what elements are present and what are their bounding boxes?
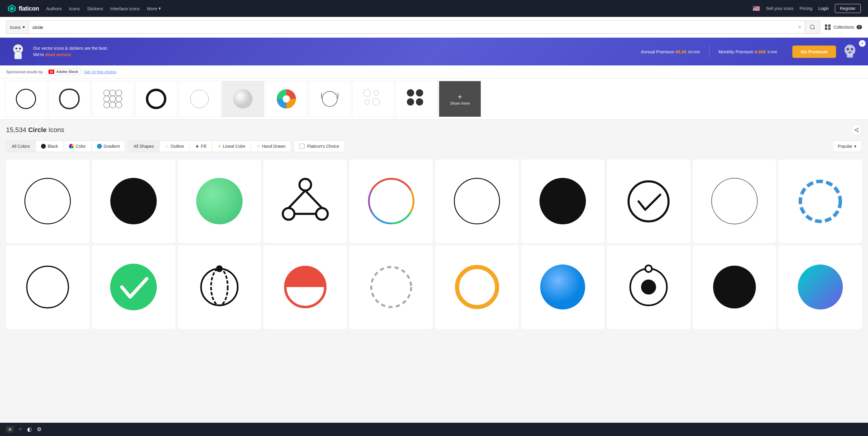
register-button[interactable]: Register xyxy=(835,4,861,13)
svg-line-50 xyxy=(305,190,322,208)
svg-point-48 xyxy=(316,208,328,220)
svg-point-65 xyxy=(645,265,652,272)
svg-point-27 xyxy=(116,102,122,108)
sponsored-image-5[interactable] xyxy=(179,81,221,117)
sponsored-image-4[interactable] xyxy=(135,81,177,117)
icon-teal-check[interactable] xyxy=(92,245,176,329)
filter-all-shapes[interactable]: All Shapes xyxy=(128,141,159,152)
sponsored-image-10[interactable] xyxy=(396,81,438,117)
sm-outline-shape xyxy=(26,266,69,309)
nav-interface-icons[interactable]: Interface icons xyxy=(110,6,140,11)
shape-filter-group: All Shapes ☆ Outline ★ Fill ✦ Lineal Col… xyxy=(128,141,291,152)
icon-orange-ring[interactable] xyxy=(435,245,519,329)
nav-more[interactable]: More ▾ xyxy=(147,6,161,11)
language-flag[interactable]: 🇺🇸 xyxy=(752,5,760,12)
logo-text: flaticon xyxy=(19,5,39,12)
svg-point-34 xyxy=(374,90,378,95)
show-more-button[interactable]: + Show more xyxy=(439,81,481,117)
icon-grid xyxy=(6,159,862,243)
nav-stickers[interactable]: Stickers xyxy=(87,6,103,11)
collections-label: Collections xyxy=(833,25,854,30)
black-dot-icon xyxy=(41,144,46,149)
icon-circle-gradient-green[interactable] xyxy=(178,159,261,243)
sponsored-image-2[interactable] xyxy=(48,81,90,117)
color-filter-group: All Colors Black Color Gradient xyxy=(6,141,125,152)
icon-dashed-circle[interactable] xyxy=(349,245,433,329)
svg-point-56 xyxy=(201,269,238,306)
icon-circles-node[interactable] xyxy=(264,159,347,243)
sponsored-image-7[interactable] xyxy=(265,81,307,117)
svg-line-49 xyxy=(289,190,305,208)
svg-point-58 xyxy=(217,266,222,271)
icon-circle-outline[interactable] xyxy=(6,159,90,243)
logo[interactable]: flaticon xyxy=(7,4,39,13)
filter-fill[interactable]: ★ Fill xyxy=(190,141,212,152)
circle-thin-shape xyxy=(711,178,758,224)
svg-point-61 xyxy=(457,267,497,307)
go-premium-button[interactable]: Go Premium xyxy=(792,46,836,58)
search-input[interactable] xyxy=(29,21,795,33)
icon-orbit[interactable] xyxy=(178,245,261,329)
icon-gradient-teal[interactable] xyxy=(778,245,862,329)
filter-all-colors[interactable]: All Colors xyxy=(6,141,36,152)
sponsored-image-3[interactable] xyxy=(92,81,134,117)
svg-point-62 xyxy=(540,265,585,310)
nav-authors[interactable]: Authors xyxy=(46,6,62,11)
nav-icons[interactable]: Icons xyxy=(69,6,80,11)
sponsored-image-9[interactable] xyxy=(352,81,394,117)
icon-circle-outline-2[interactable] xyxy=(435,159,519,243)
pricing-link[interactable]: Pricing xyxy=(800,6,812,11)
icon-sm-outline[interactable] xyxy=(6,245,90,329)
pricing-divider xyxy=(709,46,710,58)
sponsored-bar: Sponsored results by St Adobe Stock Get … xyxy=(0,65,868,78)
login-button[interactable]: Login xyxy=(818,6,829,11)
svg-point-43 xyxy=(857,131,858,132)
svg-point-39 xyxy=(407,98,414,106)
filter-hand-drawn[interactable]: ✧ Hand Drawn xyxy=(251,141,291,152)
collections-button[interactable]: Collections 0 xyxy=(825,24,862,30)
svg-point-5 xyxy=(13,44,23,54)
filter-gradient[interactable]: Gradient xyxy=(92,141,125,152)
svg-point-24 xyxy=(116,96,122,102)
icon-multicolor-circle[interactable] xyxy=(349,159,433,243)
svg-point-7 xyxy=(16,48,17,50)
icon-circle-outline-thin[interactable] xyxy=(693,159,776,243)
sponsored-image-8[interactable] xyxy=(309,81,351,117)
share-button[interactable] xyxy=(851,124,862,135)
icon-circle-check[interactable] xyxy=(607,159,690,243)
sort-button[interactable]: Popular ▾ xyxy=(832,141,862,152)
search-button[interactable] xyxy=(805,21,820,34)
icon-circle-fill-2[interactable] xyxy=(521,159,604,243)
icon-moon-orbit[interactable] xyxy=(607,245,690,329)
filter-lineal-color[interactable]: ✦ Lineal Color xyxy=(212,141,251,152)
sponsored-image-6[interactable] xyxy=(222,81,264,117)
flaticon-choice-filter[interactable]: Flaticon's Choice xyxy=(293,140,345,152)
svg-point-42 xyxy=(855,129,856,130)
icon-red-half-circle[interactable] xyxy=(264,245,347,329)
svg-line-45 xyxy=(856,129,858,130)
search-type-label: Icons xyxy=(10,25,21,30)
results-header: 15,534 Circle Icons xyxy=(6,124,862,135)
search-type-selector[interactable]: Icons ▾ xyxy=(6,21,29,34)
sell-icons-link[interactable]: Sell your icons xyxy=(766,6,794,11)
icon-blue-circle[interactable] xyxy=(521,245,604,329)
filter-outline[interactable]: ☆ Outline xyxy=(159,141,190,152)
circle-fill-2 xyxy=(713,266,756,309)
choice-checkbox xyxy=(299,144,305,149)
icon-grid-row2 xyxy=(6,245,862,329)
filter-color[interactable]: Color xyxy=(64,141,91,152)
filter-black[interactable]: Black xyxy=(36,141,64,152)
sponsored-image-1[interactable] xyxy=(5,81,47,117)
show-more-overlay-card[interactable]: + Show more xyxy=(439,81,481,117)
get-free-photos-link[interactable]: Get 10 free photos xyxy=(84,70,116,74)
icon-black-fill-2[interactable] xyxy=(693,245,776,329)
banner-close-button[interactable]: × xyxy=(859,40,866,47)
circle-outline-2-shape xyxy=(454,178,500,224)
clear-search-button[interactable]: × xyxy=(795,24,805,30)
svg-point-29 xyxy=(190,90,209,108)
icon-circle-fill-black[interactable] xyxy=(92,159,176,243)
svg-point-55 xyxy=(110,264,157,311)
main-content: 15,534 Circle Icons All Colors Black Col xyxy=(0,120,868,334)
svg-point-21 xyxy=(116,90,122,96)
icon-circle-dashed-multicolor[interactable] xyxy=(778,159,862,243)
